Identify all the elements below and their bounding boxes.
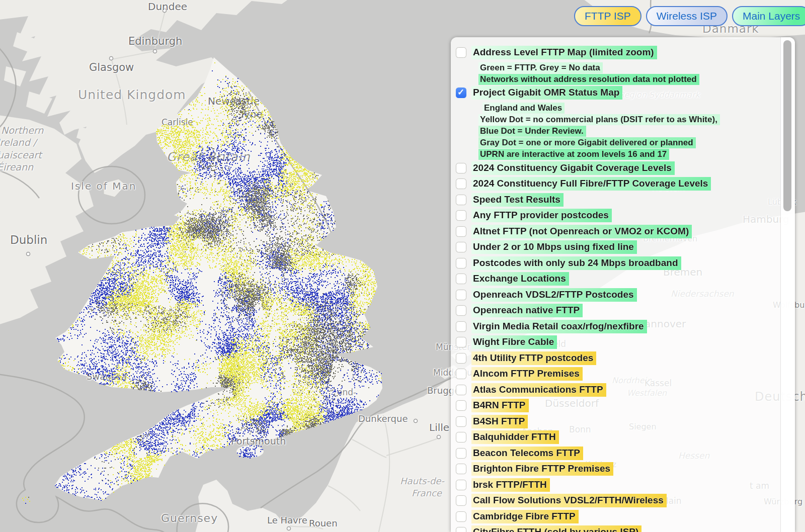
layer-checkbox[interactable] <box>456 258 466 269</box>
layer-label[interactable]: Openreach VDSL2/FTTP Postcodes <box>471 288 637 302</box>
layer-checkbox[interactable] <box>456 464 466 474</box>
layer-checkbox[interactable] <box>456 242 466 252</box>
layer-tab-buttons: FTTP ISP Wireless ISP Main Layers <box>574 6 805 26</box>
layer-label[interactable]: Wight Fibre Cable <box>471 335 557 349</box>
layer-label[interactable]: Atlas Communications FTTP <box>471 383 606 397</box>
layer-sublabel: Blue Dot = Under Review. <box>478 126 586 137</box>
layer-checkbox[interactable] <box>456 87 466 98</box>
layer-checkbox[interactable] <box>456 527 466 532</box>
layer-checkbox[interactable] <box>456 290 466 300</box>
layer-row: Balquhidder FTTH <box>456 431 778 444</box>
layer-row: Alncom FTTP Premises <box>456 368 778 381</box>
fttp-isp-button[interactable]: FTTP ISP <box>574 6 641 26</box>
layer-checkbox[interactable] <box>456 385 466 395</box>
layer-checkbox[interactable] <box>456 305 466 316</box>
layer-checkbox[interactable] <box>456 495 466 506</box>
layer-checkbox[interactable] <box>456 432 466 442</box>
layer-checkbox[interactable] <box>456 480 466 490</box>
layer-row: 2024 Constituency Gigabit Coverage Level… <box>456 161 778 174</box>
layer-label[interactable]: Virgin Media Retail coax/rfog/nexfibre <box>471 320 647 333</box>
layer-row: Address Level FTTP Map (limited zoom) <box>456 46 778 59</box>
layer-checkbox[interactable] <box>456 179 466 189</box>
map-viewport[interactable]: DundeeEdinburghGlasgowUnited KingdomNewc… <box>0 0 805 532</box>
layer-checkbox[interactable] <box>456 195 466 205</box>
layer-row: Speed Test Results <box>456 193 778 206</box>
panel-scrollbar-thumb[interactable] <box>783 40 791 211</box>
layer-checkbox[interactable] <box>456 416 466 427</box>
layer-label[interactable]: Speed Test Results <box>471 193 564 207</box>
layer-row: Openreach VDSL2/FTTP Postcodes <box>456 288 778 301</box>
wireless-isp-button[interactable]: Wireless ISP <box>646 6 728 26</box>
layer-checkbox[interactable] <box>456 511 466 522</box>
layer-label[interactable]: Alncom FTTP Premises <box>471 367 583 381</box>
layer-label[interactable]: 2024 Constituency Gigabit Coverage Level… <box>471 161 675 175</box>
layer-row: Atlas Communications FTTP <box>456 383 778 396</box>
layer-label[interactable]: Beacon Telecoms FTTP <box>471 447 583 460</box>
layer-row: B4RN FTTP <box>456 399 778 412</box>
layer-rows: Address Level FTTP Map (limited zoom)Gre… <box>456 46 778 532</box>
layer-sublabel: UPRN are interactive at zoom levels 16 a… <box>478 149 669 160</box>
layer-sublabels: Green = FTTP. Grey = No dataNetworks wit… <box>478 62 778 85</box>
layer-row: Beacon Telecoms FTTP <box>456 447 778 460</box>
layer-checkbox[interactable] <box>456 353 466 364</box>
layer-sublabel: Yellow Dot = no commercial plans (DSIT r… <box>478 114 720 125</box>
layer-row: Under 2 or 10 Mbps using fixed line <box>456 241 778 254</box>
layer-label[interactable]: 4th Utility FTTP postcodes <box>471 351 596 365</box>
layer-row: Openreach native FTTP <box>456 304 778 317</box>
layer-label[interactable]: B4SH FTTP <box>471 415 528 428</box>
layer-label[interactable]: Openreach native FTTP <box>471 304 583 317</box>
layer-sublabels: England and WalesYellow Dot = no commerc… <box>478 102 778 160</box>
layer-sublabel: Networks without address resolution data… <box>478 74 699 85</box>
layer-label[interactable]: Postcodes with only sub 24 Mbps broadban… <box>471 256 681 270</box>
panel-scrollbar[interactable] <box>780 37 795 532</box>
layer-row: Call Flow Solutions VDSL2/FTTH/Wireless <box>456 494 778 507</box>
layer-label[interactable]: CityFibre FTTH (sold by various ISP) <box>471 525 641 532</box>
layer-checkbox[interactable] <box>456 369 466 379</box>
layers-panel: Address Level FTTP Map (limited zoom)Gre… <box>451 37 795 532</box>
layer-label[interactable]: Call Flow Solutions VDSL2/FTTH/Wireless <box>471 494 667 507</box>
layer-checkbox[interactable] <box>456 274 466 284</box>
layer-row: Virgin Media Retail coax/rfog/nexfibre <box>456 320 778 333</box>
layer-checkbox[interactable] <box>456 210 466 221</box>
layer-label[interactable]: Under 2 or 10 Mbps using fixed line <box>471 240 637 254</box>
layer-row: B4SH FTTP <box>456 415 778 428</box>
layer-label[interactable]: Altnet FTTP (not Openreach or VMO2 or KC… <box>471 225 692 238</box>
layer-checkbox[interactable] <box>456 47 466 58</box>
layer-label[interactable]: Brighton Fibre FTTP Premises <box>471 462 613 476</box>
layer-sublabel: Green = FTTP. Grey = No data <box>478 62 603 73</box>
layer-label[interactable]: brsk FTTP/FTTH <box>471 478 550 492</box>
layer-row: Cambridge Fibre FTTP <box>456 510 778 523</box>
layer-checkbox[interactable] <box>456 400 466 411</box>
layer-checkbox[interactable] <box>456 226 466 237</box>
layer-row: Altnet FTTP (not Openreach or VMO2 or KC… <box>456 225 778 238</box>
layer-row: Any FTTP provider postcodes <box>456 209 778 222</box>
layer-row: CityFibre FTTH (sold by various ISP) <box>456 526 778 532</box>
layer-row: Brighton Fibre FTTP Premises <box>456 463 778 476</box>
layer-label[interactable]: Balquhidder FTTH <box>471 430 559 444</box>
layer-sublabel: England and Wales <box>482 103 565 114</box>
layer-label[interactable]: Exchange Locations <box>471 272 569 286</box>
layer-checkbox[interactable] <box>456 163 466 173</box>
layer-label[interactable]: B4RN FTTP <box>471 399 529 412</box>
layer-row: brsk FTTP/FTTH <box>456 478 778 491</box>
layer-row: Project Gigabit OMR Status Map <box>456 86 778 100</box>
layer-row: 2024 Constituency Full Fibre/FTTP Covera… <box>456 178 778 191</box>
layer-checkbox[interactable] <box>456 448 466 459</box>
layer-row: Wight Fibre Cable <box>456 336 778 349</box>
layer-label[interactable]: 2024 Constituency Full Fibre/FTTP Covera… <box>471 177 711 191</box>
layer-row: Postcodes with only sub 24 Mbps broadban… <box>456 256 778 270</box>
layer-label[interactable]: Any FTTP provider postcodes <box>471 209 612 222</box>
layer-label[interactable]: Address Level FTTP Map (limited zoom) <box>471 46 657 59</box>
layer-checkbox[interactable] <box>456 321 466 332</box>
layer-label[interactable]: Cambridge Fibre FTTP <box>471 510 579 523</box>
layer-row: 4th Utility FTTP postcodes <box>456 351 778 365</box>
layer-row: Exchange Locations <box>456 273 778 286</box>
main-layers-button[interactable]: Main Layers <box>732 6 805 26</box>
layer-sublabel: Gray Dot = one or more Gigabit delivered… <box>478 137 696 148</box>
layer-checkbox[interactable] <box>456 337 466 347</box>
layer-label[interactable]: Project Gigabit OMR Status Map <box>471 86 622 100</box>
